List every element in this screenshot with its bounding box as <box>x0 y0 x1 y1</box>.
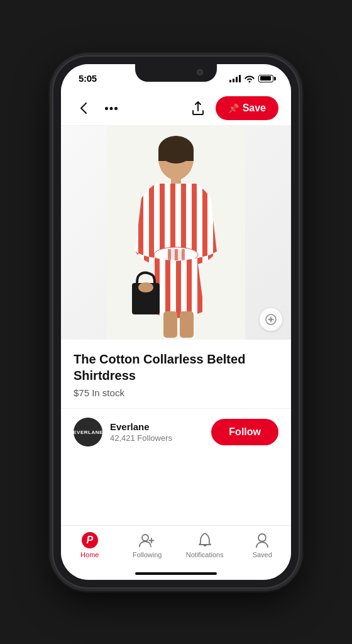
back-button[interactable] <box>74 98 94 118</box>
expand-button[interactable] <box>260 308 282 331</box>
home-label: Home <box>80 551 99 558</box>
pin-icon: 📌 <box>228 103 239 113</box>
sidebar-item-notifications[interactable]: Notifications <box>176 532 234 558</box>
svg-point-38 <box>258 534 266 541</box>
product-image <box>61 126 291 340</box>
svg-point-37 <box>142 535 148 541</box>
save-label: Save <box>243 103 266 114</box>
svg-rect-16 <box>202 182 207 264</box>
phone-screen: 5:05 <box>61 64 291 580</box>
wifi-icon <box>245 75 255 82</box>
content-area: The Cotton Collarless Belted Shirtdress … <box>61 126 291 525</box>
pinterest-logo: P <box>82 532 98 548</box>
product-info: The Cotton Collarless Belted Shirtdress … <box>61 340 291 409</box>
sidebar-item-home[interactable]: P Home <box>61 532 119 558</box>
save-button[interactable]: 📌 Save <box>216 96 278 120</box>
svg-rect-7 <box>158 150 194 161</box>
saved-label: Saved <box>253 551 272 558</box>
svg-point-34 <box>138 282 153 292</box>
brand-name: Everlane <box>110 421 172 432</box>
saved-icon <box>254 532 270 548</box>
product-title: The Cotton Collarless Belted Shirtdress <box>74 351 278 384</box>
product-price: $75 In stock <box>74 387 278 398</box>
nav-bar: 📌 Save <box>61 89 291 126</box>
brand-avatar-text: EVERLANE <box>74 430 102 435</box>
home-indicator-area <box>61 569 291 580</box>
svg-rect-20 <box>168 249 171 260</box>
status-icons <box>229 75 273 82</box>
nav-left <box>74 98 118 118</box>
svg-rect-5 <box>171 175 181 184</box>
share-button[interactable] <box>188 98 208 118</box>
notch <box>135 64 217 82</box>
phone-frame: 5:05 <box>53 57 299 587</box>
more-button[interactable] <box>105 107 118 110</box>
notifications-icon <box>197 532 213 548</box>
svg-point-0 <box>105 107 108 110</box>
product-image-container <box>61 126 291 340</box>
nav-right: 📌 Save <box>188 96 278 120</box>
expand-icon <box>265 314 277 325</box>
home-indicator <box>135 572 217 575</box>
sidebar-item-saved[interactable]: Saved <box>234 532 292 558</box>
signal-icon <box>229 75 241 82</box>
brand-section: EVERLANE Everlane 42,421 Followers Follo… <box>61 409 291 455</box>
following-label: Following <box>133 551 162 558</box>
brand-avatar[interactable]: EVERLANE <box>74 418 102 447</box>
follow-button[interactable]: Follow <box>211 419 278 445</box>
svg-point-2 <box>114 107 118 110</box>
svg-point-1 <box>110 107 113 110</box>
bottom-nav: P Home Following <box>61 525 291 569</box>
home-icon: P <box>82 532 98 548</box>
phone-outer: 5:05 <box>0 0 352 644</box>
svg-rect-28 <box>187 250 192 319</box>
svg-rect-11 <box>149 182 154 264</box>
brand-followers: 42,421 Followers <box>110 433 172 443</box>
svg-rect-26 <box>165 250 170 319</box>
svg-rect-32 <box>180 311 194 338</box>
battery-icon <box>258 75 273 82</box>
svg-rect-31 <box>163 311 177 338</box>
brand-info: Everlane 42,421 Followers <box>110 421 172 443</box>
brand-left: EVERLANE Everlane 42,421 Followers <box>74 418 172 447</box>
notifications-label: Notifications <box>186 551 224 558</box>
svg-rect-21 <box>175 249 178 260</box>
camera <box>197 69 203 75</box>
dress-illustration <box>107 126 245 340</box>
svg-rect-22 <box>182 249 185 260</box>
status-time: 5:05 <box>79 73 97 84</box>
following-icon <box>139 532 155 548</box>
sidebar-item-following[interactable]: Following <box>119 532 177 558</box>
